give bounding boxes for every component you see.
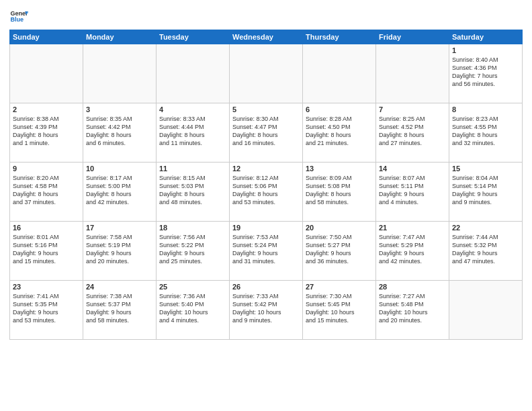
day-info: Sunrise: 8:40 AM Sunset: 4:36 PM Dayligh…: [452, 56, 519, 89]
calendar-cell: 11Sunrise: 8:15 AM Sunset: 5:03 PM Dayli…: [157, 163, 230, 222]
day-info: Sunrise: 7:38 AM Sunset: 5:37 PM Dayligh…: [86, 292, 153, 325]
day-number: 24: [86, 283, 153, 291]
day-number: 13: [306, 165, 373, 173]
day-number: 16: [13, 224, 80, 232]
calendar-cell: [10, 44, 83, 103]
day-number: 22: [452, 224, 519, 232]
day-info: Sunrise: 8:12 AM Sunset: 5:06 PM Dayligh…: [232, 174, 300, 207]
day-number: 17: [86, 224, 153, 232]
day-info: Sunrise: 8:20 AM Sunset: 4:58 PM Dayligh…: [13, 174, 80, 207]
header: General Blue: [9, 7, 523, 26]
day-number: 7: [379, 105, 446, 113]
day-number: 15: [452, 165, 519, 173]
day-info: Sunrise: 8:09 AM Sunset: 5:08 PM Dayligh…: [306, 174, 373, 207]
calendar-cell: 7Sunrise: 8:25 AM Sunset: 4:52 PM Daylig…: [376, 103, 449, 163]
calendar-cell: [83, 44, 157, 103]
day-number: 10: [86, 165, 153, 173]
day-number: 5: [232, 105, 300, 113]
calendar-cell: 24Sunrise: 7:38 AM Sunset: 5:37 PM Dayli…: [83, 281, 157, 340]
day-number: 20: [306, 224, 373, 232]
calendar-cell: 19Sunrise: 7:53 AM Sunset: 5:24 PM Dayli…: [230, 222, 303, 281]
day-info: Sunrise: 8:17 AM Sunset: 5:00 PM Dayligh…: [86, 174, 153, 207]
day-info: Sunrise: 8:30 AM Sunset: 4:47 PM Dayligh…: [232, 115, 300, 148]
calendar-cell: [230, 44, 303, 103]
day-info: Sunrise: 7:30 AM Sunset: 5:45 PM Dayligh…: [306, 292, 373, 325]
calendar-cell: 4Sunrise: 8:33 AM Sunset: 4:44 PM Daylig…: [157, 103, 230, 163]
day-info: Sunrise: 7:27 AM Sunset: 5:48 PM Dayligh…: [379, 292, 446, 325]
calendar-cell: 16Sunrise: 8:01 AM Sunset: 5:16 PM Dayli…: [10, 222, 83, 281]
calendar-cell: 13Sunrise: 8:09 AM Sunset: 5:08 PM Dayli…: [303, 163, 376, 222]
day-info: Sunrise: 7:53 AM Sunset: 5:24 PM Dayligh…: [232, 233, 300, 266]
weekday-header-thursday: Thursday: [303, 30, 376, 44]
day-info: Sunrise: 8:33 AM Sunset: 4:44 PM Dayligh…: [159, 115, 226, 148]
day-number: 14: [379, 165, 446, 173]
weekday-header-wednesday: Wednesday: [230, 30, 303, 44]
day-info: Sunrise: 8:15 AM Sunset: 5:03 PM Dayligh…: [159, 174, 226, 207]
day-number: 8: [452, 105, 519, 113]
calendar-cell: 20Sunrise: 7:50 AM Sunset: 5:27 PM Dayli…: [303, 222, 376, 281]
day-number: 26: [232, 283, 300, 291]
weekday-header-sunday: Sunday: [10, 30, 83, 44]
calendar-cell: [449, 281, 523, 340]
calendar-cell: 28Sunrise: 7:27 AM Sunset: 5:48 PM Dayli…: [376, 281, 449, 340]
logo: General Blue: [9, 7, 28, 26]
calendar-cell: 5Sunrise: 8:30 AM Sunset: 4:47 PM Daylig…: [230, 103, 303, 163]
calendar-cell: 6Sunrise: 8:28 AM Sunset: 4:50 PM Daylig…: [303, 103, 376, 163]
calendar-cell: 2Sunrise: 8:38 AM Sunset: 4:39 PM Daylig…: [10, 103, 83, 163]
calendar-cell: [376, 44, 449, 103]
day-number: 21: [379, 224, 446, 232]
day-number: 4: [159, 105, 226, 113]
calendar-cell: 27Sunrise: 7:30 AM Sunset: 5:45 PM Dayli…: [303, 281, 376, 340]
day-number: 3: [86, 105, 153, 113]
day-number: 6: [306, 105, 373, 113]
day-number: 11: [159, 165, 226, 173]
calendar-cell: 25Sunrise: 7:36 AM Sunset: 5:40 PM Dayli…: [157, 281, 230, 340]
day-number: 1: [452, 46, 519, 54]
day-info: Sunrise: 7:41 AM Sunset: 5:35 PM Dayligh…: [13, 292, 80, 325]
calendar-cell: 15Sunrise: 8:04 AM Sunset: 5:14 PM Dayli…: [449, 163, 523, 222]
calendar-cell: 22Sunrise: 7:44 AM Sunset: 5:32 PM Dayli…: [449, 222, 523, 281]
day-info: Sunrise: 7:36 AM Sunset: 5:40 PM Dayligh…: [159, 292, 226, 325]
day-info: Sunrise: 8:01 AM Sunset: 5:16 PM Dayligh…: [13, 233, 80, 266]
day-number: 28: [379, 283, 446, 291]
calendar-cell: 8Sunrise: 8:23 AM Sunset: 4:55 PM Daylig…: [449, 103, 523, 163]
day-info: Sunrise: 7:56 AM Sunset: 5:22 PM Dayligh…: [159, 233, 226, 266]
calendar-cell: 26Sunrise: 7:33 AM Sunset: 5:42 PM Dayli…: [230, 281, 303, 340]
weekday-header-friday: Friday: [376, 30, 449, 44]
day-info: Sunrise: 8:23 AM Sunset: 4:55 PM Dayligh…: [452, 115, 519, 148]
calendar-cell: 21Sunrise: 7:47 AM Sunset: 5:29 PM Dayli…: [376, 222, 449, 281]
calendar-table: SundayMondayTuesdayWednesdayThursdayFrid…: [9, 30, 523, 340]
day-info: Sunrise: 7:50 AM Sunset: 5:27 PM Dayligh…: [306, 233, 373, 266]
day-number: 23: [13, 283, 80, 291]
weekday-header-saturday: Saturday: [449, 30, 523, 44]
day-info: Sunrise: 8:04 AM Sunset: 5:14 PM Dayligh…: [452, 174, 519, 207]
day-number: 18: [159, 224, 226, 232]
calendar-cell: [303, 44, 376, 103]
day-number: 27: [306, 283, 373, 291]
calendar-cell: 23Sunrise: 7:41 AM Sunset: 5:35 PM Dayli…: [10, 281, 83, 340]
day-number: 19: [232, 224, 300, 232]
day-number: 12: [232, 165, 300, 173]
day-info: Sunrise: 7:47 AM Sunset: 5:29 PM Dayligh…: [379, 233, 446, 266]
calendar-cell: 17Sunrise: 7:58 AM Sunset: 5:19 PM Dayli…: [83, 222, 157, 281]
day-info: Sunrise: 8:25 AM Sunset: 4:52 PM Dayligh…: [379, 115, 446, 148]
day-info: Sunrise: 8:28 AM Sunset: 4:50 PM Dayligh…: [306, 115, 373, 148]
day-info: Sunrise: 7:33 AM Sunset: 5:42 PM Dayligh…: [232, 292, 300, 325]
calendar-cell: 14Sunrise: 8:07 AM Sunset: 5:11 PM Dayli…: [376, 163, 449, 222]
svg-text:Blue: Blue: [10, 16, 24, 23]
day-number: 25: [159, 283, 226, 291]
calendar-cell: 18Sunrise: 7:56 AM Sunset: 5:22 PM Dayli…: [157, 222, 230, 281]
day-info: Sunrise: 8:38 AM Sunset: 4:39 PM Dayligh…: [13, 115, 80, 148]
day-number: 2: [13, 105, 80, 113]
weekday-header-tuesday: Tuesday: [157, 30, 230, 44]
calendar-cell: 1Sunrise: 8:40 AM Sunset: 4:36 PM Daylig…: [449, 44, 523, 103]
calendar-cell: 3Sunrise: 8:35 AM Sunset: 4:42 PM Daylig…: [83, 103, 157, 163]
day-info: Sunrise: 7:44 AM Sunset: 5:32 PM Dayligh…: [452, 233, 519, 266]
day-info: Sunrise: 8:35 AM Sunset: 4:42 PM Dayligh…: [86, 115, 153, 148]
day-info: Sunrise: 8:07 AM Sunset: 5:11 PM Dayligh…: [379, 174, 446, 207]
day-info: Sunrise: 7:58 AM Sunset: 5:19 PM Dayligh…: [86, 233, 153, 266]
calendar-cell: [157, 44, 230, 103]
main-container: General Blue SundayMondayTuesdayWednesda…: [0, 0, 532, 411]
calendar-cell: 12Sunrise: 8:12 AM Sunset: 5:06 PM Dayli…: [230, 163, 303, 222]
calendar-cell: 10Sunrise: 8:17 AM Sunset: 5:00 PM Dayli…: [83, 163, 157, 222]
